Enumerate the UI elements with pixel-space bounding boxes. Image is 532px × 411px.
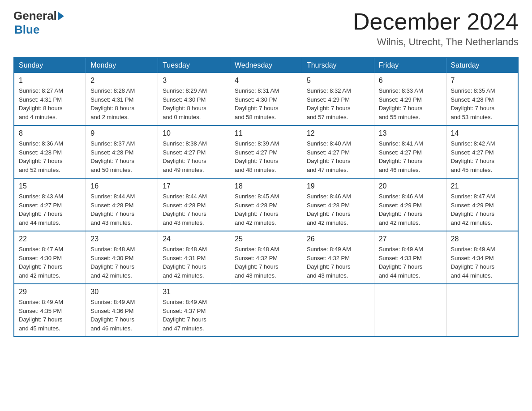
- calendar-cell: 2Sunrise: 8:28 AM Sunset: 4:31 PM Daylig…: [86, 73, 158, 125]
- calendar-cell: 19Sunrise: 8:46 AM Sunset: 4:28 PM Dayli…: [302, 178, 374, 231]
- day-number: 5: [307, 77, 369, 85]
- day-number: 4: [235, 77, 297, 85]
- calendar-body: 1Sunrise: 8:27 AM Sunset: 4:31 PM Daylig…: [14, 73, 518, 337]
- calendar-cell: 26Sunrise: 8:49 AM Sunset: 4:32 PM Dayli…: [302, 231, 374, 284]
- calendar-cell: 14Sunrise: 8:42 AM Sunset: 4:27 PM Dayli…: [446, 125, 518, 178]
- calendar-cell: 30Sunrise: 8:49 AM Sunset: 4:36 PM Dayli…: [86, 284, 158, 337]
- month-year-title: December 2024: [353, 9, 519, 34]
- day-number: 6: [379, 77, 442, 85]
- day-number: 31: [163, 288, 225, 296]
- day-info: Sunrise: 8:32 AM Sunset: 4:29 PM Dayligh…: [307, 86, 369, 121]
- day-info: Sunrise: 8:39 AM Sunset: 4:27 PM Dayligh…: [235, 139, 297, 174]
- day-number: 1: [19, 77, 81, 85]
- day-info: Sunrise: 8:29 AM Sunset: 4:30 PM Dayligh…: [163, 86, 225, 121]
- day-info: Sunrise: 8:37 AM Sunset: 4:28 PM Dayligh…: [90, 139, 153, 174]
- calendar-cell: 20Sunrise: 8:46 AM Sunset: 4:29 PM Dayli…: [374, 178, 446, 231]
- day-info: Sunrise: 8:49 AM Sunset: 4:36 PM Dayligh…: [90, 298, 153, 333]
- day-info: Sunrise: 8:44 AM Sunset: 4:28 PM Dayligh…: [90, 192, 153, 227]
- calendar-cell: 21Sunrise: 8:47 AM Sunset: 4:29 PM Dayli…: [446, 178, 518, 231]
- calendar-cell: 5Sunrise: 8:32 AM Sunset: 4:29 PM Daylig…: [302, 73, 374, 125]
- calendar-week-2: 8Sunrise: 8:36 AM Sunset: 4:28 PM Daylig…: [14, 125, 518, 178]
- day-number: 15: [19, 182, 81, 190]
- day-number: 29: [19, 288, 81, 296]
- day-info: Sunrise: 8:48 AM Sunset: 4:31 PM Dayligh…: [163, 245, 225, 280]
- day-number: 16: [90, 182, 153, 190]
- day-info: Sunrise: 8:45 AM Sunset: 4:28 PM Dayligh…: [235, 192, 297, 227]
- calendar-cell: 28Sunrise: 8:49 AM Sunset: 4:34 PM Dayli…: [446, 231, 518, 284]
- calendar-cell: 29Sunrise: 8:49 AM Sunset: 4:35 PM Dayli…: [14, 284, 86, 337]
- day-number: 21: [451, 182, 513, 190]
- title-block: December 2024 Wilnis, Utrecht, The Nethe…: [353, 9, 519, 48]
- day-info: Sunrise: 8:31 AM Sunset: 4:30 PM Dayligh…: [235, 86, 297, 121]
- day-number: 20: [379, 182, 442, 190]
- calendar-cell: 7Sunrise: 8:35 AM Sunset: 4:28 PM Daylig…: [446, 73, 518, 125]
- calendar-cell: [302, 284, 374, 337]
- day-info: Sunrise: 8:48 AM Sunset: 4:30 PM Dayligh…: [90, 245, 153, 280]
- day-number: 12: [307, 129, 369, 137]
- day-info: Sunrise: 8:49 AM Sunset: 4:32 PM Dayligh…: [307, 245, 369, 280]
- calendar-cell: [230, 284, 302, 337]
- calendar-week-4: 22Sunrise: 8:47 AM Sunset: 4:30 PM Dayli…: [14, 231, 518, 284]
- day-info: Sunrise: 8:47 AM Sunset: 4:29 PM Dayligh…: [451, 192, 513, 227]
- page-header: General Blue December 2024 Wilnis, Utrec…: [13, 9, 519, 48]
- calendar-cell: 16Sunrise: 8:44 AM Sunset: 4:28 PM Dayli…: [86, 178, 158, 231]
- day-info: Sunrise: 8:49 AM Sunset: 4:33 PM Dayligh…: [379, 245, 442, 280]
- day-info: Sunrise: 8:42 AM Sunset: 4:27 PM Dayligh…: [451, 139, 513, 174]
- column-header-monday: Monday: [86, 57, 158, 73]
- location-subtitle: Wilnis, Utrecht, The Netherlands: [353, 36, 519, 48]
- calendar-cell: 18Sunrise: 8:45 AM Sunset: 4:28 PM Dayli…: [230, 178, 302, 231]
- calendar-table: SundayMondayTuesdayWednesdayThursdayFrid…: [13, 57, 519, 337]
- calendar-week-1: 1Sunrise: 8:27 AM Sunset: 4:31 PM Daylig…: [14, 73, 518, 125]
- day-number: 8: [19, 129, 81, 137]
- calendar-cell: 3Sunrise: 8:29 AM Sunset: 4:30 PM Daylig…: [158, 73, 230, 125]
- day-info: Sunrise: 8:28 AM Sunset: 4:31 PM Dayligh…: [90, 86, 153, 121]
- calendar-cell: 25Sunrise: 8:48 AM Sunset: 4:32 PM Dayli…: [230, 231, 302, 284]
- column-header-thursday: Thursday: [302, 57, 374, 73]
- calendar-cell: 12Sunrise: 8:40 AM Sunset: 4:27 PM Dayli…: [302, 125, 374, 178]
- day-number: 10: [163, 129, 225, 137]
- day-number: 28: [451, 235, 513, 243]
- calendar-cell: 8Sunrise: 8:36 AM Sunset: 4:28 PM Daylig…: [14, 125, 86, 178]
- calendar-cell: 15Sunrise: 8:43 AM Sunset: 4:27 PM Dayli…: [14, 178, 86, 231]
- day-info: Sunrise: 8:33 AM Sunset: 4:29 PM Dayligh…: [379, 86, 442, 121]
- calendar-cell: 23Sunrise: 8:48 AM Sunset: 4:30 PM Dayli…: [86, 231, 158, 284]
- day-info: Sunrise: 8:40 AM Sunset: 4:27 PM Dayligh…: [307, 139, 369, 174]
- day-info: Sunrise: 8:49 AM Sunset: 4:37 PM Dayligh…: [163, 298, 225, 333]
- calendar-cell: 27Sunrise: 8:49 AM Sunset: 4:33 PM Dayli…: [374, 231, 446, 284]
- day-number: 19: [307, 182, 369, 190]
- day-number: 14: [451, 129, 513, 137]
- day-number: 22: [19, 235, 81, 243]
- logo-blue-text: Blue: [14, 23, 39, 36]
- calendar-cell: 31Sunrise: 8:49 AM Sunset: 4:37 PM Dayli…: [158, 284, 230, 337]
- day-info: Sunrise: 8:27 AM Sunset: 4:31 PM Dayligh…: [19, 86, 81, 121]
- calendar-cell: 24Sunrise: 8:48 AM Sunset: 4:31 PM Dayli…: [158, 231, 230, 284]
- day-number: 17: [163, 182, 225, 190]
- column-header-tuesday: Tuesday: [158, 57, 230, 73]
- day-number: 26: [307, 235, 369, 243]
- calendar-cell: 1Sunrise: 8:27 AM Sunset: 4:31 PM Daylig…: [14, 73, 86, 125]
- day-info: Sunrise: 8:48 AM Sunset: 4:32 PM Dayligh…: [235, 245, 297, 280]
- calendar-cell: 13Sunrise: 8:41 AM Sunset: 4:27 PM Dayli…: [374, 125, 446, 178]
- day-number: 25: [235, 235, 297, 243]
- calendar-cell: 11Sunrise: 8:39 AM Sunset: 4:27 PM Dayli…: [230, 125, 302, 178]
- day-info: Sunrise: 8:46 AM Sunset: 4:28 PM Dayligh…: [307, 192, 369, 227]
- calendar-cell: 17Sunrise: 8:44 AM Sunset: 4:28 PM Dayli…: [158, 178, 230, 231]
- day-info: Sunrise: 8:49 AM Sunset: 4:34 PM Dayligh…: [451, 245, 513, 280]
- column-header-sunday: Sunday: [14, 57, 86, 73]
- day-number: 13: [379, 129, 442, 137]
- calendar-cell: 4Sunrise: 8:31 AM Sunset: 4:30 PM Daylig…: [230, 73, 302, 125]
- day-info: Sunrise: 8:49 AM Sunset: 4:35 PM Dayligh…: [19, 298, 81, 333]
- day-number: 23: [90, 235, 153, 243]
- day-number: 24: [163, 235, 225, 243]
- day-info: Sunrise: 8:36 AM Sunset: 4:28 PM Dayligh…: [19, 139, 81, 174]
- calendar-cell: 6Sunrise: 8:33 AM Sunset: 4:29 PM Daylig…: [374, 73, 446, 125]
- day-info: Sunrise: 8:44 AM Sunset: 4:28 PM Dayligh…: [163, 192, 225, 227]
- day-info: Sunrise: 8:47 AM Sunset: 4:30 PM Dayligh…: [19, 245, 81, 280]
- day-number: 27: [379, 235, 442, 243]
- logo: General Blue: [13, 9, 65, 37]
- day-info: Sunrise: 8:43 AM Sunset: 4:27 PM Dayligh…: [19, 192, 81, 227]
- calendar-week-3: 15Sunrise: 8:43 AM Sunset: 4:27 PM Dayli…: [14, 178, 518, 231]
- logo-general-text: General: [13, 9, 57, 23]
- column-header-wednesday: Wednesday: [230, 57, 302, 73]
- day-number: 2: [90, 77, 153, 85]
